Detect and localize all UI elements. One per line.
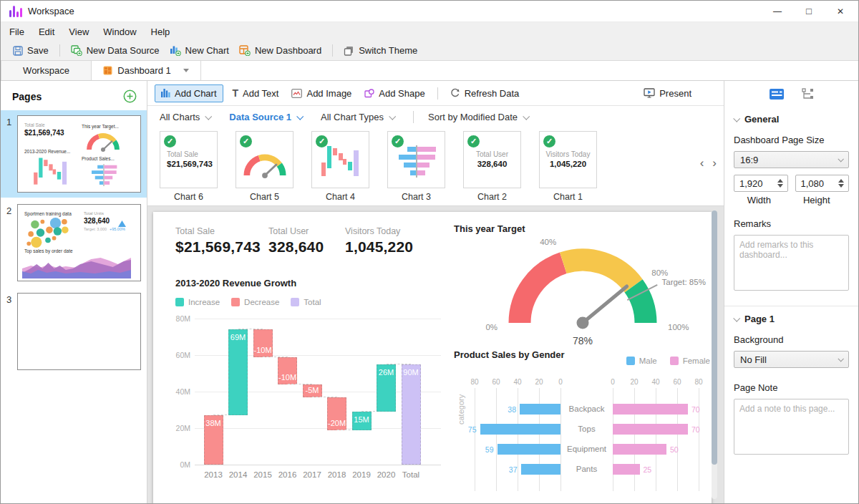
waterfall-bar-2019[interactable]: 15M	[352, 412, 372, 430]
add-chart-button[interactable]: Add Chart	[155, 84, 223, 102]
page-thumbnail[interactable]: Total Sale$21,569,743This year Target...…	[17, 115, 141, 193]
minimize-button[interactable]: —	[767, 4, 788, 19]
gauge-chart[interactable]: This year Target 0%40%80%100%Target: 85%…	[454, 223, 713, 356]
increment-icon[interactable]	[838, 179, 844, 183]
female-value-label: 70	[691, 405, 700, 414]
width-input[interactable]	[734, 178, 769, 189]
chart-filter-bar: All Charts Data Source 1 All Chart Types…	[147, 106, 724, 127]
waterfall-bar-2015[interactable]: -10M	[253, 329, 273, 357]
tab-dropdown-icon[interactable]	[183, 69, 189, 72]
menu-item-help[interactable]: Help	[151, 26, 170, 37]
page-section-header[interactable]: Page 1	[734, 314, 849, 324]
remarks-textarea[interactable]	[734, 235, 849, 291]
menu-item-edit[interactable]: Edit	[39, 26, 54, 37]
new-dashboard-button[interactable]: New Dashboard	[234, 43, 326, 58]
waterfall-bar-Total[interactable]: 90M	[402, 364, 421, 465]
thumb-kpi-value: $21,569,743	[24, 129, 64, 137]
toolbar-separator	[59, 44, 60, 57]
waterfall-legend: IncreaseDecreaseTotal	[175, 298, 453, 306]
gallery-card-chart-1[interactable]: ✓Visitors Today1,045,220	[539, 131, 597, 188]
waterfall-bar-2020[interactable]: 26M	[377, 364, 396, 412]
add-text-button[interactable]: T Add Text	[226, 84, 286, 102]
canvas-scrollbar[interactable]	[712, 210, 717, 499]
female-bar-pants[interactable]	[613, 464, 640, 475]
page-thumbnail-row-1[interactable]: 1Total Sale$21,569,743This year Target..…	[1, 110, 147, 198]
gallery-card-chart-3[interactable]: ✓	[387, 131, 445, 188]
maximize-button[interactable]: □	[798, 4, 820, 19]
male-bar-backpack[interactable]	[520, 404, 560, 415]
filter-all-charts[interactable]: All Charts	[160, 112, 210, 122]
butterfly-plot: 0020204040606080803870Backpack7570Tops59…	[454, 378, 712, 501]
kpi-visitors-today[interactable]: Visitors Today 1,045,220	[345, 226, 413, 256]
waterfall-bar-2016[interactable]: -10M	[278, 357, 297, 384]
dashboard-properties-tab-icon[interactable]	[769, 88, 785, 100]
menu-item-file[interactable]: File	[9, 26, 24, 37]
close-button[interactable]: ✕	[830, 4, 851, 19]
filter-chart-types[interactable]: All Chart Types	[321, 112, 394, 122]
x-axis-tick-label: 80	[688, 378, 709, 386]
dashboard-page[interactable]: Total Sale $21,569,743 Total User 328,64…	[153, 212, 712, 503]
add-page-button[interactable]	[123, 89, 137, 103]
page-thumbnail[interactable]: Sportmen training data Total Units328,64…	[17, 204, 141, 281]
chart-gallery: ✓Total Sale$21,569,743Chart 6✓ Chart 5✓ …	[147, 127, 724, 206]
layer-tree-tab-icon[interactable]	[802, 88, 815, 100]
gallery-card-chart-6[interactable]: ✓Total Sale$21,569,743	[160, 131, 218, 188]
refresh-data-button[interactable]: Refresh Data	[444, 84, 526, 102]
general-section-header[interactable]: General	[734, 114, 849, 125]
waterfall-bar-2017[interactable]: -5M	[303, 384, 322, 397]
gallery-card-label: Chart 5	[250, 192, 279, 202]
filter-sort[interactable]: Sort by Modified Date	[428, 112, 528, 122]
female-bar-equipment[interactable]	[613, 444, 666, 455]
switch-theme-button[interactable]: Switch Theme	[339, 43, 422, 58]
add-image-button[interactable]: Add Image	[285, 84, 358, 102]
add-shape-button[interactable]: Add Shape	[358, 84, 431, 102]
present-button[interactable]: Present	[637, 84, 698, 102]
male-bar-pants[interactable]	[521, 464, 561, 475]
decrement-icon[interactable]	[838, 184, 844, 188]
page-thumbnail[interactable]	[17, 293, 141, 370]
tab-workspace[interactable]: Workspace	[1, 61, 92, 80]
filter-data-source[interactable]: Data Source 1	[229, 112, 302, 122]
kpi-total-sale[interactable]: Total Sale $21,569,743	[175, 226, 268, 256]
page-note-textarea[interactable]	[734, 399, 849, 455]
gallery-card-chart-2[interactable]: ✓Total User328,640	[463, 131, 521, 188]
page-thumbnail-row-3[interactable]: 3	[1, 288, 147, 375]
main-toolbar: Save New Data Source New Chart New Dashb…	[1, 41, 858, 61]
female-bar-backpack[interactable]	[613, 404, 688, 415]
waterfall-bar-2018[interactable]: -20M	[327, 397, 346, 430]
width-stepper[interactable]	[734, 175, 788, 192]
background-select[interactable]: No Fill	[734, 351, 849, 368]
kpi-total-user[interactable]: Total User 328,640	[268, 226, 345, 256]
waterfall-bar-2014[interactable]: 69M	[228, 329, 248, 415]
save-button[interactable]: Save	[8, 43, 54, 58]
gallery-next-button[interactable]: ›	[712, 156, 717, 170]
gallery-item: ✓ Chart 3	[387, 131, 445, 205]
canvas-scrollbar-thumb[interactable]	[712, 210, 717, 465]
legend-label: Decrease	[244, 298, 279, 306]
bar-value-label: -20M	[328, 419, 346, 427]
waterfall-bar-2013[interactable]: 38M	[204, 415, 223, 465]
tab-dashboard-1[interactable]: Dashboard 1	[92, 61, 201, 80]
gallery-card-chart-4[interactable]: ✓	[311, 131, 369, 188]
height-input[interactable]	[796, 178, 830, 189]
waterfall-chart[interactable]: 2013-2020 Revenue Growth IncreaseDecreas…	[170, 278, 453, 493]
height-stepper[interactable]	[795, 175, 850, 192]
title-bar: Workspace — □ ✕	[1, 1, 858, 22]
page-thumbnail-row-2[interactable]: 2Sportmen training data Total Units328,6…	[1, 199, 147, 286]
page-size-select[interactable]: 16:9	[734, 151, 849, 168]
gallery-prev-button[interactable]: ‹	[700, 156, 704, 170]
menu-item-view[interactable]: View	[69, 26, 89, 37]
gallery-card-label: Chart 4	[326, 192, 355, 202]
svg-text:0%: 0%	[485, 323, 498, 331]
new-data-source-button[interactable]: New Data Source	[66, 43, 165, 58]
increment-icon[interactable]	[777, 179, 783, 183]
butterfly-chart[interactable]: Product Sales by Gender MaleFemale categ…	[454, 349, 712, 501]
female-bar-tops[interactable]	[613, 424, 688, 435]
dashboard-canvas[interactable]: Total Sale $21,569,743 Total User 328,64…	[147, 206, 724, 503]
male-bar-tops[interactable]	[480, 424, 561, 435]
decrement-icon[interactable]	[777, 184, 783, 188]
menu-item-window[interactable]: Window	[103, 26, 136, 37]
male-bar-equipment[interactable]	[498, 444, 561, 455]
new-chart-button[interactable]: New Chart	[165, 43, 234, 58]
gallery-card-chart-5[interactable]: ✓	[236, 131, 293, 188]
